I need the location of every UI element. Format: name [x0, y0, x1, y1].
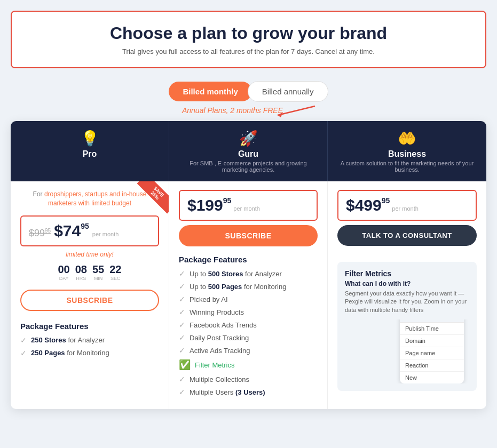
dropdown-item[interactable]: Publish Time [400, 323, 464, 335]
check-icon: ✓ [179, 321, 185, 329]
filter-metrics-what: What can I do with it? [345, 280, 469, 287]
filter-metrics-desc: Segment your data exactly how you want i… [345, 290, 469, 314]
countdown-min: 55 MIN [92, 263, 104, 281]
guru-price-box: $19995 per month [179, 190, 318, 221]
billed-monthly-button[interactable]: Billed monthly [169, 82, 251, 101]
guru-name: Guru [178, 149, 319, 159]
filter-metrics-box: Filter Metrics What can I do with it? Se… [337, 262, 477, 391]
feature-text: Multiple Collections [190, 375, 249, 383]
dropdown-mockup: + NEW Publish Time Domain Page name Reac… [345, 319, 469, 383]
list-item: ✅ Filter Metrics [179, 359, 318, 371]
save-badge-container: SAVE 25% [131, 181, 169, 219]
feature-text: 250 Stores for Analyzer [31, 336, 105, 344]
pro-old-price: $9995 [29, 228, 51, 239]
feature-text: Multiple Users (3 Users) [190, 388, 265, 396]
pro-feature-list: ✓ 250 Stores for Analyzer ✓ 250 Pages fo… [20, 336, 159, 357]
business-name: Business [336, 149, 478, 159]
plans-content: SAVE 25% For dropshippers, startups and … [11, 181, 486, 409]
list-item: ✓ Up to 500 Stores for Analyzer [179, 269, 318, 278]
business-column: $49995 per month TALK TO A CONSULTANT Fi… [328, 181, 486, 409]
countdown-day: 00 DAY [58, 263, 70, 281]
consultant-button[interactable]: TALK TO A CONSULTANT [337, 225, 477, 246]
check-icon: ✓ [179, 269, 185, 278]
check-icon: ✓ [179, 308, 185, 316]
check-icon: ✓ [20, 336, 27, 345]
dropdown-item[interactable]: Domain [400, 335, 464, 347]
pro-subscribe-button[interactable]: SUBSCRIBE [20, 290, 159, 311]
svg-line-0 [278, 106, 315, 115]
check-icon: ✓ [179, 346, 185, 355]
sec-label: SEC [109, 276, 121, 281]
list-item: ✓ Multiple Collections [179, 375, 318, 383]
business-price-box: $49995 per month [337, 190, 477, 221]
guru-icon: 🚀 [178, 130, 319, 147]
guru-column: $19995 per month SUBSCRIBE Package Featu… [169, 181, 328, 409]
list-item: ✓ Winning Products [179, 308, 318, 316]
day-value: 00 [58, 263, 70, 276]
pro-new-price: $7495 [54, 222, 89, 240]
hrs-label: HRS [75, 276, 87, 281]
dropdown-item[interactable]: Reaction [400, 359, 464, 372]
save-badge: SAVE 25% [137, 181, 169, 213]
feature-text: Active Ads Tracking [190, 347, 250, 355]
feature-text: Daily Post Tracking [190, 334, 249, 342]
filter-metrics-title: Filter Metrics [345, 269, 469, 278]
feature-text: 250 Pages for Monitoring [31, 349, 109, 357]
min-label: MIN [92, 276, 104, 281]
feature-text: Winning Products [190, 308, 244, 316]
pro-price-box: $9995 $7495 per month [20, 215, 159, 246]
guru-desc: For SMB , E-commerce projects and growin… [178, 160, 319, 173]
header-subtitle: Trial gives you full access to all featu… [28, 47, 469, 55]
list-item: ✓ Picked by AI [179, 295, 318, 303]
plans-container: 💡 Pro 🚀 Guru For SMB , E-commerce projec… [11, 121, 486, 409]
arrow-annotation-icon [272, 103, 320, 119]
guru-package-title: Package Features [179, 255, 318, 264]
pro-name: Pro [19, 149, 160, 159]
dropdown-item[interactable]: New [400, 372, 464, 383]
check-icon: ✓ [179, 282, 185, 291]
guru-price-per: per month [233, 205, 260, 212]
guru-header-cell: 🚀 Guru For SMB , E-commerce projects and… [169, 121, 328, 181]
pro-price-per: per month [92, 231, 119, 238]
annual-note-row: Annual Plans, 2 months FREE [11, 106, 486, 115]
page-title: Choose a plan to grow your brand [28, 23, 469, 43]
billed-annually-button[interactable]: Billed annually [248, 81, 328, 102]
list-item: ✓ 250 Pages for Monitoring [20, 349, 159, 357]
countdown-timer: 00 DAY 08 HRS 55 MIN 22 SEC [20, 263, 159, 281]
countdown-hrs: 08 HRS [75, 263, 87, 281]
feature-text: Picked by AI [190, 295, 228, 303]
feature-text: Facebook Ads Trends [190, 321, 257, 329]
check-icon: ✓ [179, 388, 185, 396]
business-desc: A custom solution to fit the marketing n… [336, 160, 478, 173]
feature-text: Up to 500 Pages for Monitoring [190, 283, 286, 291]
list-item: ✓ Active Ads Tracking [179, 346, 318, 355]
dropdown-card: + NEW Publish Time Domain Page name Reac… [395, 319, 469, 383]
business-price-per: per month [392, 205, 419, 212]
list-item: ✓ 250 Stores for Analyzer [20, 336, 159, 345]
list-item: ✓ Daily Post Tracking [179, 333, 318, 342]
feature-text: Filter Metrics [195, 361, 234, 369]
business-price-main: $49995 [346, 196, 390, 214]
check-icon: ✓ [20, 349, 27, 357]
pro-column: SAVE 25% For dropshippers, startups and … [11, 181, 169, 409]
pro-limited-time: limited time only! [20, 251, 159, 258]
check-icon: ✓ [179, 375, 185, 383]
min-value: 55 [92, 263, 104, 276]
check-icon: ✓ [179, 295, 185, 303]
check-icon: ✓ [179, 333, 185, 342]
dropdown-inner: + NEW Publish Time Domain Page name Reac… [400, 319, 464, 383]
dropdown-item[interactable]: Page name [400, 347, 464, 359]
guru-subscribe-button[interactable]: SUBSCRIBE [179, 225, 318, 246]
hrs-value: 08 [75, 263, 87, 276]
annual-note-text: Annual Plans, 2 months FREE [182, 106, 283, 115]
business-icon: 🤲 [336, 130, 478, 147]
page-wrapper: Choose a plan to grow your brand Trial g… [11, 11, 486, 409]
check-icon-green: ✅ [179, 359, 191, 371]
header-box: Choose a plan to grow your brand Trial g… [11, 11, 486, 68]
sec-value: 22 [109, 263, 121, 276]
pro-icon: 💡 [19, 130, 160, 147]
day-label: DAY [58, 276, 70, 281]
list-item: ✓ Up to 500 Pages for Monitoring [179, 282, 318, 291]
countdown-sec: 22 SEC [109, 263, 121, 281]
feature-text: Up to 500 Stores for Analyzer [190, 270, 282, 278]
